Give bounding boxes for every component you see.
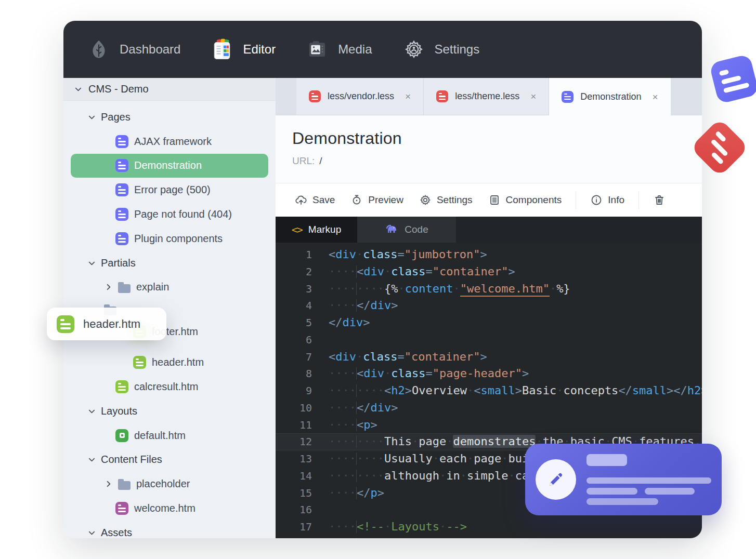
tree-item-placeholder[interactable]: placeholder bbox=[63, 472, 276, 496]
tree-item-page-not-found-404-[interactable]: Page not found (404) bbox=[63, 202, 276, 227]
nav-item-dashboard[interactable]: Dashboard bbox=[87, 38, 180, 61]
code-line: 17····<!--·Layouts·--> bbox=[276, 518, 702, 536]
skeleton-line bbox=[645, 488, 695, 495]
tree-item-label: Assets bbox=[101, 527, 132, 538]
drag-ghost-label: header.htm bbox=[83, 317, 140, 331]
tree-item-demonstration[interactable]: Demonstration bbox=[71, 154, 268, 178]
url-label: URL: bbox=[292, 155, 315, 167]
document-header: Demonstration URL: / bbox=[276, 115, 702, 183]
nav-item-settings[interactable]: Settings bbox=[402, 38, 480, 61]
components-button[interactable]: Components bbox=[480, 189, 570, 211]
settings-button[interactable]: Settings bbox=[411, 189, 480, 211]
editor-tabbar: <>MarkupCode bbox=[276, 217, 702, 243]
code-text: ········{%·content·"welcome.htm"·%} bbox=[329, 281, 702, 298]
preview-button[interactable]: Preview bbox=[343, 189, 411, 211]
close-icon[interactable]: × bbox=[530, 91, 536, 101]
tree-item-explain[interactable]: explain bbox=[63, 275, 276, 300]
toolbar-button-label: Info bbox=[608, 194, 624, 206]
promo-card bbox=[525, 444, 722, 515]
close-icon[interactable]: × bbox=[405, 91, 411, 101]
line-number: 13 bbox=[276, 450, 312, 468]
tree-item-label: explain bbox=[136, 281, 169, 293]
tree-item-welcome.htm[interactable]: welcome.htm bbox=[63, 496, 276, 521]
chevron-right-icon bbox=[104, 480, 112, 488]
line-number: 14 bbox=[276, 468, 312, 485]
toolbar-divider bbox=[638, 191, 639, 209]
line-number: 9 bbox=[276, 382, 312, 400]
code-line: 5</div> bbox=[276, 314, 702, 331]
line-number: 2 bbox=[276, 263, 312, 281]
tab-less-vendor.less[interactable]: less/vendor.less× bbox=[296, 78, 424, 115]
toolbar-button-label: Components bbox=[506, 194, 562, 206]
tree-item-plugin-components[interactable]: Plugin components bbox=[63, 227, 276, 251]
tree-item-ajax-framework[interactable]: AJAX framework bbox=[63, 129, 276, 154]
tree-section-layouts[interactable]: Layouts bbox=[63, 399, 276, 423]
close-icon[interactable]: × bbox=[652, 92, 658, 102]
code-text: </div> bbox=[329, 314, 702, 331]
tree-item-error-page-500-[interactable]: Error page (500) bbox=[63, 178, 276, 202]
page-background: { "colors": { "nav_bg": "#2c3036", "side… bbox=[0, 0, 756, 559]
partial-file-icon bbox=[115, 380, 128, 393]
tab-label: less/vendor.less bbox=[328, 91, 394, 102]
code-text: ········<h2>Overview·<small>Basic·concep… bbox=[329, 382, 702, 400]
code-line: 6 bbox=[276, 331, 702, 349]
sidebar-theme-selector[interactable]: CMS - Demo bbox=[63, 78, 276, 101]
tab-less-theme.less[interactable]: less/theme.less× bbox=[424, 78, 549, 115]
info-button[interactable]: Info bbox=[582, 189, 632, 211]
url-value: / bbox=[319, 155, 322, 167]
tree-section-pages[interactable]: Pages bbox=[63, 105, 276, 129]
line-number: 17 bbox=[276, 518, 312, 536]
tree-item-header.htm[interactable]: header.htm bbox=[63, 350, 276, 375]
editor-tab-label: Markup bbox=[308, 224, 341, 235]
floating-page-icon bbox=[709, 54, 756, 104]
trash-icon bbox=[653, 194, 666, 206]
info-icon bbox=[590, 194, 603, 206]
code-text: ····<div·class="page-header"> bbox=[329, 365, 702, 382]
nav-item-editor[interactable]: Editor bbox=[211, 38, 276, 61]
theme-name: CMS - Demo bbox=[88, 83, 149, 95]
nav-item-label: Dashboard bbox=[120, 42, 180, 57]
page-file-icon bbox=[115, 183, 128, 196]
line-number: 10 bbox=[276, 400, 312, 417]
tree-section-content-files[interactable]: Content Files bbox=[63, 448, 276, 472]
tab-demonstration[interactable]: Demonstration× bbox=[549, 78, 670, 115]
tree-item-default.htm[interactable]: default.htm bbox=[63, 423, 276, 448]
settings-gear-icon bbox=[402, 38, 425, 61]
folder-icon bbox=[118, 284, 131, 293]
toolbar-button-label: Settings bbox=[437, 194, 473, 206]
save-button[interactable]: Save bbox=[287, 189, 343, 211]
components-icon bbox=[488, 194, 501, 206]
tree-item-label: placeholder bbox=[136, 478, 190, 490]
editor-tab-markup[interactable]: <>Markup bbox=[276, 217, 357, 243]
line-number: 6 bbox=[276, 331, 312, 349]
toolbar-button-label: Preview bbox=[368, 194, 403, 206]
toolbar-button-label: Save bbox=[312, 194, 335, 206]
code-line: 4····</div> bbox=[276, 297, 702, 314]
nav-item-label: Editor bbox=[243, 42, 276, 57]
editor-tab-code[interactable]: Code bbox=[357, 217, 456, 243]
tree-section-partials[interactable]: Partials bbox=[63, 251, 276, 275]
page-file-icon bbox=[115, 159, 128, 172]
page-file-icon bbox=[115, 208, 128, 221]
toolbar: SavePreviewSettingsComponentsInfo bbox=[276, 183, 702, 217]
tree-item-calcresult.htm[interactable]: calcresult.htm bbox=[63, 375, 276, 399]
line-number: 5 bbox=[276, 314, 312, 331]
trash-button[interactable] bbox=[645, 189, 673, 211]
page-file-icon bbox=[562, 91, 573, 103]
code-text: ····<div·class="container"> bbox=[329, 263, 702, 281]
code-text bbox=[329, 331, 702, 349]
tree-section-assets[interactable]: Assets bbox=[63, 521, 276, 538]
tab-label: Demonstration bbox=[580, 91, 641, 102]
code-text: <div·class="jumbotron"> bbox=[329, 246, 702, 263]
line-number: 12 bbox=[276, 433, 312, 450]
top-nav: DashboardEditorMediaSettings bbox=[63, 21, 702, 78]
code-line: 7<div·class="container"> bbox=[276, 349, 702, 366]
tab-strip: less/vendor.less×less/theme.less×Demonst… bbox=[276, 78, 702, 115]
code-text: ····<h2>Layouts</h2> bbox=[329, 536, 702, 538]
nav-item-label: Media bbox=[338, 42, 372, 57]
tree-item-label: Layouts bbox=[101, 405, 137, 417]
nav-item-media[interactable]: Media bbox=[306, 38, 372, 61]
code-line: 1<div·class="jumbotron"> bbox=[276, 246, 702, 263]
line-number: 18 bbox=[276, 536, 312, 538]
code-line: 11····<p> bbox=[276, 417, 702, 434]
